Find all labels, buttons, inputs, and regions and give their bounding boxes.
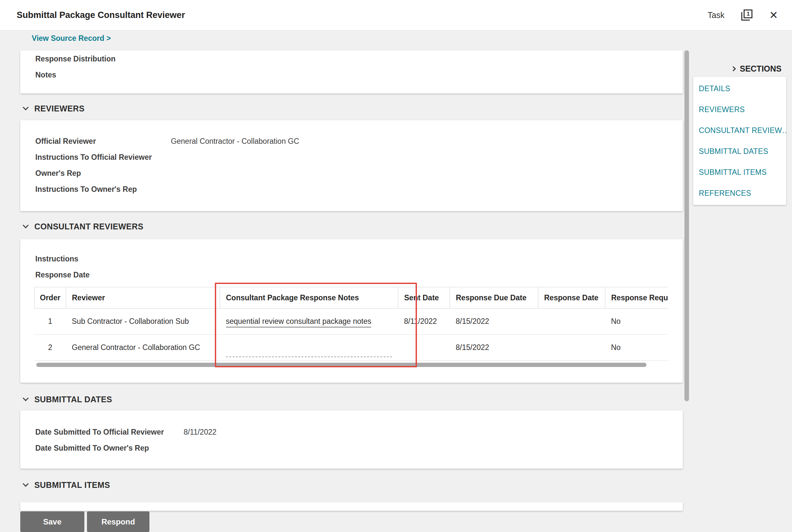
section-header-reviewers[interactable]: REVIEWERS [23, 102, 85, 115]
cell-reviewer: General Contractor - Collaboration GC [66, 335, 220, 361]
reviewers-card: Official Reviewer General Contractor - C… [20, 120, 683, 211]
sections-nav-toggle[interactable]: SECTIONS [732, 62, 781, 75]
field-instructions-official-reviewer: Instructions To Official Reviewer [20, 149, 683, 165]
submittal-dates-section-title: SUBMITTAL DATES [34, 395, 112, 404]
date-submitted-official-reviewer-value: 8/11/2022 [183, 428, 217, 436]
details-card: Response Distribution Notes [20, 50, 683, 93]
sections-nav-title: SECTIONS [740, 64, 781, 74]
window-title: Submittal Package Consultant Reviewer [17, 10, 185, 20]
instructions-official-reviewer-label: Instructions To Official Reviewer [35, 149, 169, 165]
consultant-reviewers-section-title: CONSULTANT REVIEWERS [34, 222, 143, 231]
column-header-response-required: Response Requ [605, 287, 668, 308]
field-instructions: Instructions [20, 251, 683, 267]
consultant-reviewers-card: Instructions Response Date Order Reviewe… [20, 239, 683, 383]
cell-response-due-date: 8/15/2022 [450, 335, 538, 361]
cell-sent-date [398, 335, 450, 361]
field-response-date: Response Date [20, 267, 683, 283]
submittal-items-section-title: SUBMITTAL ITEMS [34, 480, 110, 490]
field-notes: Notes [20, 67, 683, 83]
response-notes-input[interactable] [226, 353, 392, 357]
column-header-sent-date: Sent Date [398, 287, 450, 308]
window-header: Submittal Package Consultant Reviewer Ta… [0, 0, 792, 31]
cell-response-due-date: 8/15/2022 [450, 308, 538, 335]
view-source-record-link[interactable]: View Source Record > [32, 34, 111, 43]
column-header-response-date: Response Date [538, 287, 605, 308]
chevron-down-icon [22, 104, 29, 110]
sections-nav-item-reviewers[interactable]: REVIEWERS [693, 99, 786, 120]
vertical-scrollbar[interactable] [684, 50, 689, 401]
section-header-submittal-dates[interactable]: SUBMITTAL DATES [23, 393, 112, 406]
date-submitted-official-reviewer-label: Date Submitted To Official Reviewer [35, 424, 182, 440]
instructions-label: Instructions [35, 251, 78, 267]
chevron-down-icon [22, 222, 29, 228]
task-window: Submittal Package Consultant Reviewer Ta… [0, 0, 792, 532]
submittal-items-card [20, 502, 683, 511]
window-count-icon[interactable]: 1 [741, 9, 753, 21]
table-header-row: Order Reviewer Consultant Package Respon… [35, 287, 668, 308]
response-distribution-label: Response Distribution [35, 51, 115, 67]
official-reviewer-value: General Contractor - Collaboration GC [171, 137, 299, 146]
table-row: 2 General Contractor - Collaboration GC … [35, 335, 668, 361]
cell-response-date [538, 308, 605, 335]
cell-response-required: No [605, 335, 668, 361]
task-type-label: Task [707, 11, 724, 20]
field-date-submitted-owners-rep: Date Submitted To Owner's Rep [20, 440, 683, 456]
response-date-label: Response Date [35, 267, 90, 283]
cell-sent-date: 8/11/2022 [398, 308, 450, 335]
chevron-down-icon [22, 395, 29, 401]
sections-nav-item-details[interactable]: DETAILS [693, 78, 786, 99]
sections-nav-item-consultant-reviewers[interactable]: CONSULTANT REVIEW… [693, 120, 786, 141]
chevron-down-icon [22, 481, 29, 487]
notes-label: Notes [35, 67, 56, 83]
cell-order: 2 [35, 335, 66, 361]
horizontal-scrollbar[interactable] [36, 363, 646, 367]
window-count-value: 1 [743, 10, 752, 18]
sections-nav-panel: DETAILS REVIEWERS CONSULTANT REVIEW… SUB… [693, 77, 786, 205]
sections-nav-item-submittal-dates[interactable]: SUBMITTAL DATES [693, 141, 786, 162]
save-button[interactable]: Save [20, 511, 85, 532]
header-actions: Task 1 × [707, 8, 778, 22]
field-instructions-owners-rep: Instructions To Owner's Rep [20, 182, 683, 197]
column-header-consultant-package-response-notes: Consultant Package Response Notes [220, 287, 398, 308]
sections-nav-item-submittal-items[interactable]: SUBMITTAL ITEMS [693, 162, 786, 183]
cell-response-required: No [605, 308, 668, 335]
field-owners-rep: Owner's Rep [20, 165, 683, 182]
cell-response-notes [220, 335, 398, 361]
field-response-distribution: Response Distribution [20, 51, 683, 67]
cell-reviewer: Sub Contractor - Collaboration Sub [66, 308, 220, 335]
response-notes-input[interactable]: sequential review consultant package not… [226, 317, 371, 327]
field-date-submitted-official-reviewer: Date Submitted To Official Reviewer 8/11… [20, 424, 683, 440]
table-row: 1 Sub Contractor - Collaboration Sub seq… [35, 308, 668, 335]
owners-rep-label: Owner's Rep [35, 165, 169, 182]
column-header-order: Order [35, 287, 66, 308]
section-header-consultant-reviewers[interactable]: CONSULTANT REVIEWERS [23, 220, 143, 233]
cell-response-date [538, 335, 605, 361]
column-header-response-due-date: Response Due Date [450, 287, 538, 308]
cell-response-notes: sequential review consultant package not… [220, 308, 398, 335]
submittal-dates-card: Date Submitted To Official Reviewer 8/11… [20, 411, 683, 469]
column-header-reviewer: Reviewer [66, 287, 220, 308]
field-official-reviewer: Official Reviewer General Contractor - C… [20, 133, 683, 149]
chevron-right-icon [731, 66, 736, 71]
cell-order: 1 [35, 308, 66, 335]
consultant-reviewers-table-viewport: Order Reviewer Consultant Package Respon… [34, 287, 668, 361]
instructions-owners-rep-label: Instructions To Owner's Rep [35, 182, 169, 197]
reviewers-section-title: REVIEWERS [34, 104, 85, 113]
close-icon[interactable]: × [770, 8, 778, 22]
official-reviewer-label: Official Reviewer [35, 133, 169, 149]
respond-button[interactable]: Respond [87, 511, 149, 532]
date-submitted-owners-rep-label: Date Submitted To Owner's Rep [35, 440, 182, 456]
sections-nav-item-references[interactable]: REFERENCES [693, 183, 786, 204]
consultant-reviewers-table: Order Reviewer Consultant Package Respon… [34, 287, 668, 361]
section-header-submittal-items[interactable]: SUBMITTAL ITEMS [23, 478, 110, 492]
